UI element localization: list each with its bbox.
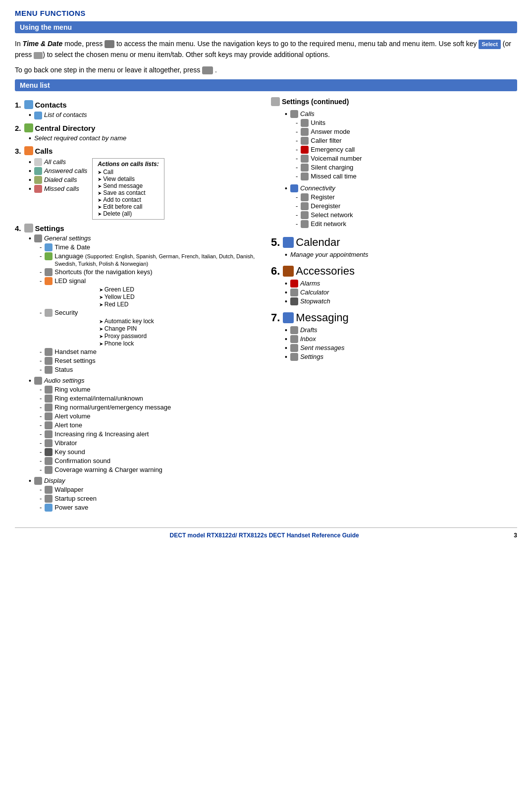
status-text: Status	[54, 366, 73, 373]
audio-settings-icon	[34, 377, 42, 385]
item5-num: 5.	[271, 236, 280, 249]
increasing-ring-text: Increasing ring & Increasing alert	[54, 430, 149, 438]
item5-sub1-text: Manage your appointments	[290, 251, 369, 258]
accessories-icon	[283, 266, 294, 277]
audio-bullet: •	[29, 377, 31, 385]
stopwatch-text: Stopwatch	[300, 297, 330, 305]
menu-item-1: 1. Contacts	[15, 100, 261, 109]
power-save-icon	[45, 504, 53, 512]
menu-item-2: 2. Central Directory	[15, 123, 261, 132]
menu-list-header: Menu list	[15, 79, 517, 91]
inbox-item: • Inbox	[285, 335, 517, 343]
emergency-call-icon	[301, 146, 309, 154]
calls-sub-item: • Calls	[285, 110, 517, 118]
alert-vol-icon	[45, 412, 53, 420]
ring-volume-text: Ring volume	[54, 386, 90, 393]
item2-num: 2.	[15, 124, 21, 132]
silent-charging-text: Silent charging	[311, 164, 353, 171]
alarms-bullet: •	[285, 280, 287, 288]
change-pin: Change PIN	[99, 325, 261, 332]
menu-item-4: 4. Settings	[15, 224, 261, 232]
security-icon	[45, 309, 53, 317]
footer: DECT model RTX8122d/ RTX8122s DECT Hands…	[15, 527, 517, 539]
key-sound-text: Key sound	[54, 448, 85, 456]
coverage-warning-text: Coverage warning & Charger warning	[54, 466, 162, 473]
select-network-text: Select network	[311, 211, 353, 219]
inbox-text: Inbox	[300, 335, 316, 343]
callout-item-editbefore: Edit before call	[98, 203, 159, 210]
page-number: 3	[514, 532, 517, 539]
startup-screen-item: -Startup screen	[40, 495, 261, 503]
wallpaper-item: -Wallpaper	[40, 486, 261, 494]
voicemail-text: Voicemail number	[311, 155, 362, 162]
menu-item-7: 7. Messaging	[271, 311, 517, 324]
edit-network-text: Edit network	[311, 220, 346, 228]
item5-bullet: •	[285, 251, 287, 259]
missed-calls-item: • Missed calls	[29, 185, 87, 193]
vibrator-icon	[45, 439, 53, 447]
handset-name-icon	[45, 348, 53, 356]
reset-settings-text: Reset settings	[54, 357, 95, 364]
confirm-sound-text: Confirmation sound	[54, 457, 110, 464]
idle-label: Time & Date	[23, 40, 63, 48]
startup-screen-icon	[45, 495, 53, 503]
answered-calls-item: • Answered calls	[29, 167, 87, 175]
dialed-calls-item: • Dialed calls	[29, 176, 87, 184]
allcalls-bullet: •	[29, 158, 31, 166]
status-icon	[45, 366, 53, 374]
settings-continued-header: Settings (continued)	[271, 97, 517, 106]
display-text: Display	[44, 477, 65, 484]
drafts-icon	[290, 326, 298, 334]
stopwatch-icon	[290, 297, 298, 305]
drafts-text: Drafts	[300, 326, 318, 334]
sent-messages-item: • Sent messages	[285, 344, 517, 352]
missed-bullet: •	[29, 185, 31, 193]
menu-item-3: 3. Calls	[15, 146, 261, 155]
item2-bullet: •	[29, 134, 31, 142]
callout-title: Actions on calls lists:	[98, 161, 159, 168]
alert-vol-text: Alert volume	[54, 412, 90, 420]
alarms-text: Alarms	[300, 280, 320, 287]
key-sound-icon	[45, 448, 53, 456]
connectivity-title: Connectivity	[300, 184, 335, 192]
ring-normal-item: -Ring normal/urgent/emergency message	[40, 404, 261, 411]
item2-title: Central Directory	[35, 124, 96, 132]
missed-calls-text: Missed calls	[44, 185, 79, 192]
callout-list: Call View details Send message Save as c…	[98, 169, 159, 217]
settings-icon	[24, 224, 33, 232]
all-calls-item: • All calls	[29, 158, 87, 166]
units-icon	[301, 119, 309, 127]
general-bullet: •	[29, 234, 31, 242]
voicemail-item: -Voicemail number	[296, 155, 517, 163]
msg-settings-bullet: •	[285, 353, 287, 361]
callout-item-addto: Add to contact	[98, 196, 159, 203]
register-text: Register	[311, 193, 334, 201]
stopwatch-item: • Stopwatch	[285, 297, 517, 305]
general-settings-item: • General settings	[29, 234, 261, 242]
callout-item-saveas: Save as contact	[98, 189, 159, 196]
alert-tone-item: -Alert tone	[40, 421, 261, 429]
item3-num: 3.	[15, 147, 21, 155]
settings-continued-icon	[271, 97, 280, 106]
key-sound-item: -Key sound	[40, 448, 261, 456]
display-icon	[34, 477, 42, 485]
ring-normal-text: Ring normal/urgent/emergency message	[54, 404, 171, 411]
menu-item-6: 6. Accessories	[271, 265, 517, 278]
menu-item-5: 5. Calendar	[271, 236, 517, 249]
yellow-led: Yellow LED	[99, 293, 261, 300]
answered-calls-text: Answered calls	[44, 167, 87, 174]
missed-call-time-text: Missed call time	[311, 173, 356, 180]
general-settings-icon	[34, 234, 42, 242]
handset-name-item: - Handset name	[40, 348, 261, 356]
shortcuts-icon	[45, 268, 53, 276]
messaging-icon	[283, 312, 294, 323]
silent-charging-icon	[301, 164, 309, 172]
status-item: - Status	[40, 366, 261, 374]
item1-title: Contacts	[35, 101, 67, 109]
led-text: LED signal	[54, 277, 86, 285]
green-led: Green LED	[99, 286, 261, 293]
ring-normal-icon	[45, 404, 53, 411]
calls-sub-title: Calls	[300, 110, 315, 117]
answer-mode-icon	[301, 128, 309, 136]
silent-charging-item: -Silent charging	[296, 164, 517, 172]
